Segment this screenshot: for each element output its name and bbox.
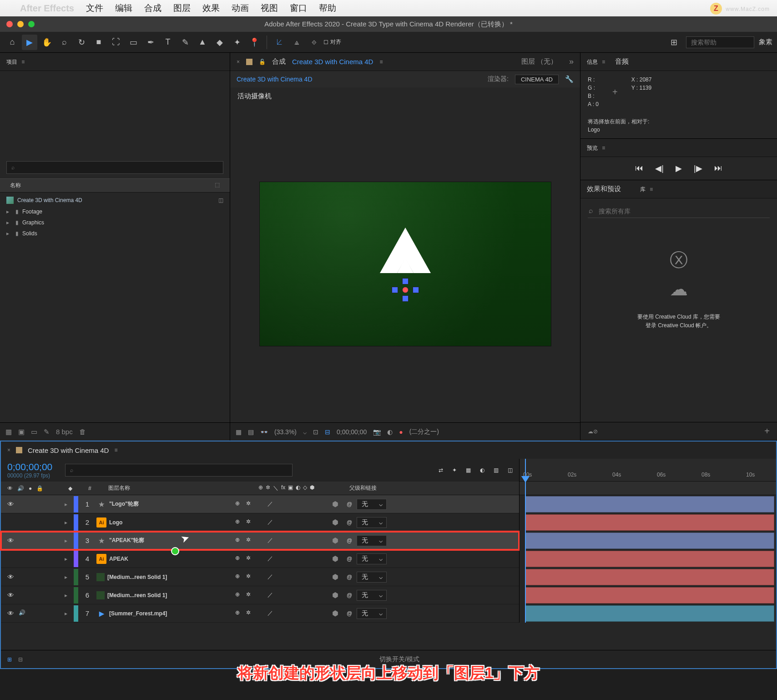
clone-tool-icon[interactable]: ▲ — [195, 35, 210, 50]
layer-switches[interactable]: ⊕✲／ — [233, 573, 324, 581]
3d-gizmo-icon[interactable] — [387, 281, 424, 299]
library-search-input[interactable] — [588, 205, 770, 218]
layer-label-color[interactable] — [74, 587, 78, 604]
library-tab[interactable]: 库 ≡ — [640, 185, 653, 193]
layer-name-col-header[interactable]: 图层名称 — [105, 484, 255, 492]
twirl-icon[interactable]: ▸ — [65, 538, 74, 544]
pan-behind-tool-icon[interactable]: ⛶ — [108, 35, 124, 50]
lock-col-icon[interactable]: 🔒 — [36, 485, 43, 492]
layer-duration-bar[interactable] — [525, 533, 774, 549]
camera-tool-icon[interactable]: ■ — [91, 35, 106, 50]
twirl-icon[interactable]: ▸ — [65, 574, 74, 580]
draft-3d-icon[interactable]: ✦ — [452, 467, 457, 473]
toggle-switches-icon[interactable]: ⊞ — [7, 656, 12, 663]
layer-duration-bar[interactable] — [525, 605, 774, 622]
color-mgmt-icon[interactable]: ● — [399, 428, 403, 436]
brush-tool-icon[interactable]: ✎ — [177, 35, 193, 50]
parent-dropdown[interactable]: 无 — [357, 572, 387, 583]
app-name[interactable]: After Effects — [20, 3, 74, 14]
pickwhip-icon[interactable]: @ — [347, 556, 352, 562]
visibility-col-icon[interactable]: 👁 — [7, 485, 13, 492]
menu-help[interactable]: 帮助 — [319, 2, 336, 14]
parent-dropdown[interactable]: 无 — [357, 553, 387, 564]
layer-label-color[interactable] — [74, 496, 78, 512]
pickwhip-icon[interactable]: @ — [347, 501, 352, 507]
zoom-window-button[interactable] — [28, 21, 35, 27]
adjust-icon[interactable]: ✎ — [44, 428, 50, 436]
pickwhip-icon[interactable]: @ — [347, 610, 352, 617]
motion-blur-icon[interactable]: ◐ — [480, 467, 484, 473]
minimize-window-button[interactable] — [17, 21, 24, 27]
twirl-icon[interactable]: ▸ — [65, 610, 74, 617]
active-camera-label[interactable]: 活动摄像机 — [230, 87, 580, 105]
audio-col-icon[interactable]: 🔊 — [17, 485, 24, 492]
parent-dropdown[interactable]: 无 — [357, 535, 387, 546]
project-item-folder[interactable]: ▸▮Footage — [0, 206, 230, 217]
roto-tool-icon[interactable]: ✦ — [229, 35, 245, 50]
layer-duration-bar[interactable] — [525, 551, 774, 567]
time-ruler[interactable]: 00s 02s 04s 06s 08s 10s — [520, 459, 776, 482]
layer-switches[interactable]: ⊕✲／ — [233, 591, 324, 599]
layer-switches[interactable]: ⊕✲／ — [233, 500, 324, 508]
menu-view[interactable]: 视图 — [261, 2, 278, 14]
menu-window[interactable]: 窗口 — [290, 2, 307, 14]
selection-tool-icon[interactable]: ▶ — [22, 35, 37, 50]
layer-name[interactable]: ★"APEAK"轮廓 — [96, 536, 233, 546]
resolution-icon[interactable]: ▦ — [236, 428, 242, 436]
twirl-icon[interactable]: ▸ — [65, 501, 74, 507]
menu-composition[interactable]: 合成 — [144, 2, 161, 14]
pickwhip-icon[interactable]: @ — [347, 538, 352, 544]
layer-label-color[interactable] — [74, 514, 78, 531]
current-time[interactable]: 0;00;00;00 — [337, 428, 367, 436]
info-tab[interactable]: 信息 ≡ — [587, 57, 605, 66]
puppet-tool-icon[interactable]: 📍 — [247, 35, 262, 50]
parent-dropdown[interactable]: 无 — [357, 590, 387, 601]
timeline-layer-row[interactable]: 👁▸3★"APEAK"轮廓⊕✲／⬢@无 — [1, 532, 519, 550]
add-icon[interactable]: + — [764, 426, 770, 436]
eraser-tool-icon[interactable]: ◆ — [212, 35, 227, 50]
timeline-layer-row[interactable]: 👁▸5[Medium...reen Solid 1]⊕✲／⬢@无 — [1, 568, 519, 586]
layer-name[interactable]: ▶[Summer_Forest.mp4] — [96, 609, 233, 619]
timeline-layer-row[interactable]: ▸4AiAPEAK⊕✲／⬢@无 — [1, 550, 519, 568]
timeline-layer-row[interactable]: 👁🔊▸7▶[Summer_Forest.mp4]⊕✲／⬢@无 — [1, 604, 519, 623]
first-frame-icon[interactable]: ⏮ — [635, 163, 643, 173]
layer-switches[interactable]: ⊕✲／ — [233, 555, 324, 563]
timeline-layer-row[interactable]: 👁▸6[Medium...reen Solid 1]⊕✲／⬢@无 — [1, 586, 519, 604]
3d-layer-toggle-icon[interactable]: ⬢ — [324, 609, 347, 618]
audio-toggle-icon[interactable]: 🔊 — [19, 609, 25, 617]
twirl-icon[interactable]: ▸ — [65, 592, 74, 599]
parent-dropdown[interactable]: 无 — [357, 517, 387, 528]
guides-icon[interactable]: ⊡ — [313, 428, 318, 436]
3d-layer-toggle-icon[interactable]: ⬢ — [324, 500, 347, 508]
3d-layer-toggle-icon[interactable]: ⬢ — [324, 591, 347, 599]
transfer-controls-icon[interactable]: ⊟ — [18, 656, 23, 663]
rulers-icon[interactable]: ⊟ — [325, 428, 330, 436]
mask-icon[interactable]: 👓 — [260, 428, 268, 436]
layer-label-color[interactable] — [74, 533, 78, 549]
comp-mini-flow-icon[interactable]: ⇄ — [439, 467, 443, 473]
parent-dropdown[interactable]: 无 — [357, 608, 387, 619]
timeline-comp-name[interactable]: Create 3D with Cinema 4D — [28, 446, 109, 454]
menu-layer[interactable]: 图层 — [173, 2, 191, 14]
layer-name[interactable]: [Medium...reen Solid 1] — [96, 573, 233, 581]
frame-blend-icon[interactable]: ▦ — [466, 467, 471, 473]
visibility-toggle-icon[interactable]: 👁 — [7, 609, 14, 617]
zoom-tool-icon[interactable]: ⌕ — [56, 35, 72, 50]
renderer-dropdown[interactable]: CINEMA 4D — [515, 75, 559, 84]
timeline-layer-row[interactable]: 👁▸1★"Logo"轮廓⊕✲／⬢@无 — [1, 495, 519, 513]
3d-layer-toggle-icon[interactable]: ⬢ — [324, 554, 347, 563]
pickwhip-icon[interactable]: @ — [347, 519, 352, 526]
toggle-switches-label[interactable]: 切换开关/模式 — [379, 655, 419, 664]
rectangle-tool-icon[interactable]: ▭ — [126, 35, 141, 50]
layer-name[interactable]: [Medium...reen Solid 1] — [96, 591, 233, 599]
layer-name[interactable]: ★"Logo"轮廓 — [96, 499, 233, 509]
menu-file[interactable]: 文件 — [86, 2, 103, 14]
close-tab-icon[interactable]: × — [237, 59, 240, 65]
timeline-search-input[interactable] — [65, 464, 293, 477]
audio-tab[interactable]: 音频 — [615, 57, 629, 66]
comp-name-tab[interactable]: Create 3D with Cinema 4D — [292, 58, 373, 66]
close-timeline-tab-icon[interactable]: × — [7, 447, 10, 453]
snapshot-icon[interactable]: 📷 — [373, 428, 381, 436]
layer-duration-bar[interactable] — [525, 496, 774, 512]
new-comp-icon[interactable]: ▣ — [18, 428, 25, 436]
